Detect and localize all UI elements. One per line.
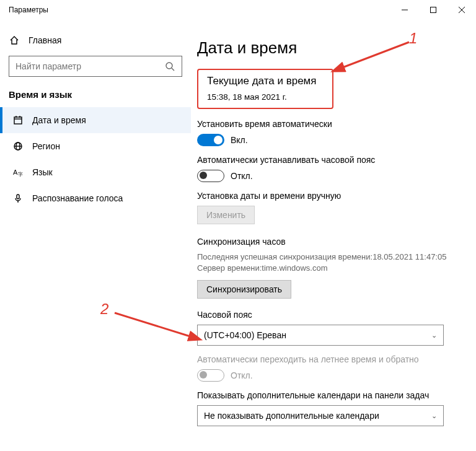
chevron-down-icon: ⌄: [431, 412, 437, 420]
current-datetime-value: 15:38, 18 мая 2021 г.: [207, 92, 324, 102]
auto-tz-state: Откл.: [231, 171, 253, 181]
sidebar-item-speech[interactable]: Распознавание голоса: [0, 185, 191, 211]
sidebar-item-region[interactable]: Регион: [0, 133, 191, 159]
annotation-number-2: 2: [100, 300, 108, 318]
auto-time-block: Установить время автоматически Вкл.: [197, 119, 457, 146]
sidebar-item-language[interactable]: A字 Язык: [0, 159, 191, 185]
sync-last: Последняя успешная синхронизация времени…: [197, 252, 457, 263]
auto-tz-block: Автоматически устанавливать часовой пояс…: [197, 155, 457, 182]
extra-calendars-select[interactable]: Не показывать дополнительные календари ⌄: [197, 405, 444, 426]
search-input-wrap[interactable]: [9, 56, 182, 77]
timezone-block: Часовой пояс (UTC+04:00) Ереван ⌄: [197, 310, 457, 346]
search-icon: [164, 61, 175, 72]
sidebar-item-label: Язык: [32, 167, 53, 177]
annotation-number-1: 1: [409, 30, 417, 47]
svg-text:A: A: [13, 169, 18, 176]
auto-time-toggle[interactable]: [197, 134, 224, 146]
auto-tz-label: Автоматически устанавливать часовой пояс: [197, 155, 457, 165]
svg-text:字: 字: [18, 172, 23, 177]
calendar-icon: [12, 115, 24, 126]
window-controls: [390, 0, 476, 20]
svg-rect-1: [431, 7, 436, 13]
minimize-button[interactable]: [390, 0, 419, 20]
sync-now-button[interactable]: Синхронизировать: [197, 280, 291, 299]
dst-label: Автоматически переходить на летнее время…: [197, 354, 457, 364]
sync-block: Синхронизация часов Последняя успешная с…: [197, 237, 457, 299]
timezone-select[interactable]: (UTC+04:00) Ереван ⌄: [197, 325, 444, 346]
sidebar-home-label: Главная: [29, 35, 61, 45]
sidebar-item-datetime[interactable]: Дата и время: [0, 107, 191, 133]
extra-calendars-value: Не показывать дополнительные календари: [204, 411, 379, 421]
extra-calendars-label: Показывать дополнительные календари на п…: [197, 390, 457, 400]
svg-line-5: [172, 68, 174, 71]
change-datetime-button: Изменить: [197, 206, 255, 224]
timezone-value: (UTC+04:00) Ереван: [204, 330, 286, 340]
language-icon: A字: [12, 167, 24, 178]
sidebar-section-title: Время и язык: [0, 85, 191, 107]
sidebar-item-label: Регион: [32, 141, 60, 151]
microphone-icon: [12, 193, 24, 204]
home-icon: [9, 35, 20, 46]
svg-rect-15: [17, 195, 19, 199]
main-panel: Дата и время Текущие дата и время 15:38,…: [191, 20, 476, 451]
search-input[interactable]: [15, 61, 164, 71]
maximize-button[interactable]: [419, 0, 447, 20]
close-button[interactable]: [447, 0, 476, 20]
extra-calendars-block: Показывать дополнительные календари на п…: [197, 390, 457, 426]
auto-tz-toggle[interactable]: [197, 170, 224, 182]
timezone-title: Часовой пояс: [197, 310, 457, 320]
globe-icon: [12, 141, 24, 152]
current-datetime-title: Текущие дата и время: [207, 75, 324, 87]
chevron-down-icon: ⌄: [431, 331, 437, 339]
sidebar: Главная Время и язык Дата и время Регио: [0, 20, 191, 451]
manual-label: Установка даты и времени вручную: [197, 191, 457, 201]
auto-time-label: Установить время автоматически: [197, 119, 457, 129]
window-title: Параметры: [9, 6, 48, 14]
current-datetime-card: Текущие дата и время 15:38, 18 мая 2021 …: [197, 69, 333, 109]
sync-title: Синхронизация часов: [197, 237, 457, 247]
sync-server: Сервер времени:time.windows.com: [197, 263, 457, 274]
sidebar-item-label: Распознавание голоса: [32, 193, 123, 203]
svg-rect-6: [14, 117, 22, 124]
dst-state: Откл.: [231, 370, 253, 380]
titlebar: Параметры: [0, 0, 476, 20]
dst-toggle: [197, 369, 224, 382]
manual-block: Установка даты и времени вручную Изменит…: [197, 191, 457, 224]
sidebar-item-label: Дата и время: [32, 115, 86, 125]
sidebar-home[interactable]: Главная: [0, 28, 191, 52]
auto-time-state: Вкл.: [231, 135, 248, 145]
dst-block: Автоматически переходить на летнее время…: [197, 354, 457, 382]
svg-point-4: [166, 63, 172, 69]
page-title: Дата и время: [197, 38, 457, 58]
